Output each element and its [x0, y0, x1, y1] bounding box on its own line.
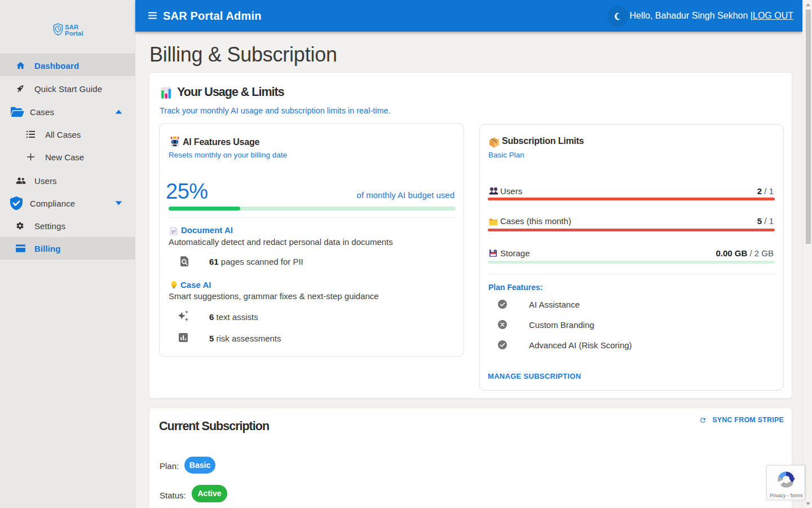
svg-text:Portal: Portal [65, 30, 83, 37]
